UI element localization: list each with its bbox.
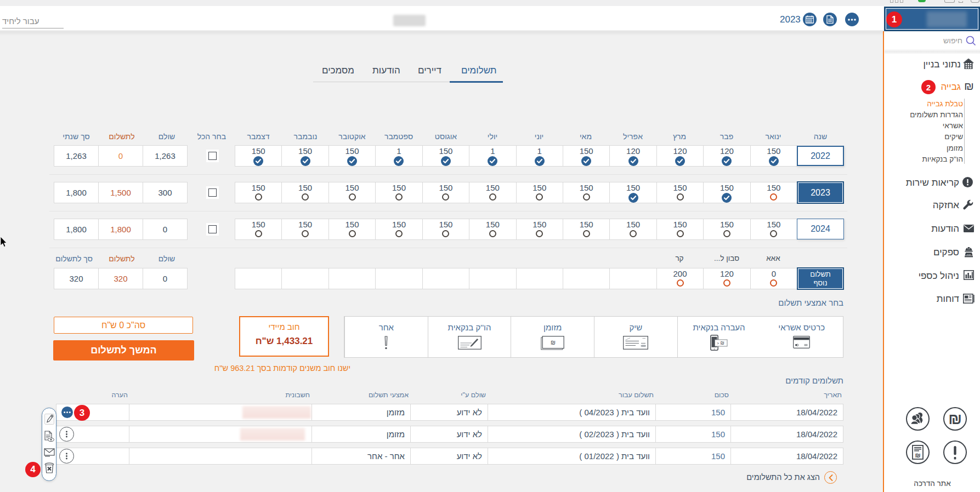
svg-text:₪: ₪ — [721, 340, 724, 346]
svg-text:₪: ₪ — [915, 452, 920, 459]
svg-text:>: > — [717, 341, 719, 345]
svg-text:חברה: חברה — [967, 254, 971, 256]
svg-text:₪: ₪ — [551, 339, 556, 346]
